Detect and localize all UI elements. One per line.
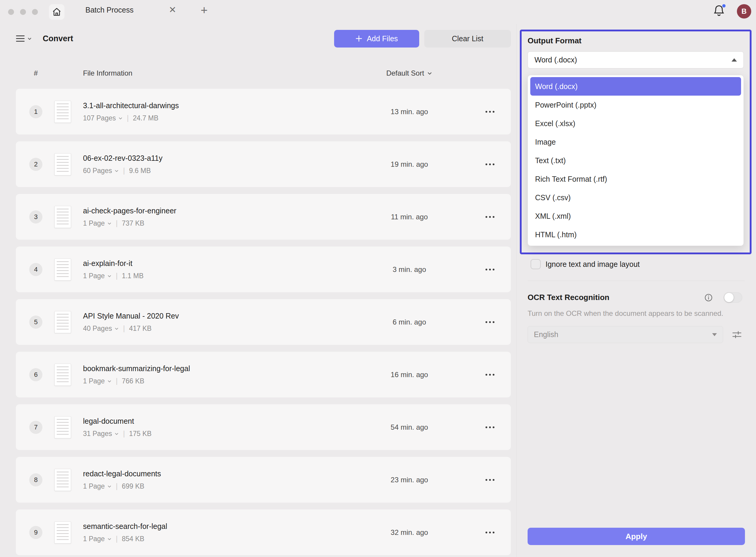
file-name: legal-document xyxy=(83,417,350,426)
file-size: 175 KB xyxy=(129,430,151,438)
output-format-label: Output Format xyxy=(528,36,744,46)
table-row[interactable]: 7 legal-document 31 Pages | 175 KB 54 mi… xyxy=(16,404,511,450)
file-thumbnail xyxy=(54,101,71,123)
format-option[interactable]: XML (.xml) xyxy=(530,207,741,225)
sort-dropdown[interactable]: Default Sort xyxy=(350,69,469,78)
pages-dropdown[interactable]: 1 Page xyxy=(83,482,112,490)
more-options-button[interactable] xyxy=(469,531,511,534)
format-dropdown: Word (.docx)PowerPoint (.pptx)Excel (.xl… xyxy=(528,75,744,246)
file-name: redact-legal-documents xyxy=(83,469,350,478)
table-row[interactable]: 1 3.1-all-architectural-darwings 107 Pag… xyxy=(16,89,511,135)
more-options-button[interactable] xyxy=(469,373,511,376)
more-options-button[interactable] xyxy=(469,110,511,113)
output-format-select[interactable]: Word (.docx) xyxy=(528,51,744,68)
close-window-icon[interactable] xyxy=(8,9,14,15)
pages-dropdown[interactable]: 1 Page xyxy=(83,535,112,543)
column-file-information: File Information xyxy=(83,69,350,78)
mode-menu-button[interactable] xyxy=(16,35,32,42)
pages-dropdown[interactable]: 60 Pages xyxy=(83,167,119,175)
tab-batch-process[interactable]: Batch Process ✕ xyxy=(85,5,176,14)
page-count: 1 Page xyxy=(83,219,105,227)
toggle-knob xyxy=(724,293,734,302)
meta-separator: | xyxy=(116,377,118,385)
file-thumbnail xyxy=(54,522,71,544)
format-option[interactable]: Excel (.xlsx) xyxy=(530,114,741,133)
table-row[interactable]: 2 06-ex-02-rev-0323-a11y 60 Pages | 9.6 … xyxy=(16,141,511,187)
file-list: 1 3.1-all-architectural-darwings 107 Pag… xyxy=(16,89,511,555)
plus-icon xyxy=(355,35,363,42)
ignore-layout-checkbox[interactable] xyxy=(531,259,541,269)
format-option[interactable]: Word (.docx) xyxy=(530,77,741,96)
table-row[interactable]: 6 bookmark-summarizing-for-legal 1 Page … xyxy=(16,352,511,398)
ocr-toggle[interactable] xyxy=(724,292,742,303)
table-row[interactable]: 4 ai-explain-for-it 1 Page | 1.1 MB 3 mi… xyxy=(16,246,511,292)
ocr-language-value: English xyxy=(534,330,558,339)
add-files-button[interactable]: Add Files xyxy=(334,30,419,48)
home-icon xyxy=(52,7,62,17)
new-tab-icon[interactable]: + xyxy=(201,4,208,16)
sort-label: Default Sort xyxy=(386,69,424,78)
ignore-layout-label: Ignore text and image layout xyxy=(545,260,639,269)
more-options-button[interactable] xyxy=(469,215,511,218)
table-row[interactable]: 8 redact-legal-documents 1 Page | 699 KB… xyxy=(16,457,511,503)
pages-dropdown[interactable]: 107 Pages xyxy=(83,114,123,122)
table-row[interactable]: 9 semantic-search-for-legal 1 Page | 854… xyxy=(16,509,511,555)
pages-dropdown[interactable]: 1 Page xyxy=(83,219,112,227)
file-time: 13 min. ago xyxy=(350,108,469,116)
more-options-button[interactable] xyxy=(469,163,511,166)
file-size: 9.6 MB xyxy=(129,167,151,175)
traffic-lights[interactable] xyxy=(8,9,38,15)
format-option[interactable]: PowerPoint (.pptx) xyxy=(530,96,741,114)
file-size: 699 KB xyxy=(122,482,144,490)
minimize-window-icon[interactable] xyxy=(20,9,26,15)
meta-separator: | xyxy=(127,114,129,122)
file-time: 6 min. ago xyxy=(350,318,469,326)
page-count: 1 Page xyxy=(83,272,105,280)
more-options-button[interactable] xyxy=(469,321,511,324)
file-thumbnail xyxy=(54,311,71,333)
table-row[interactable]: 5 API Style Manual - 2020 Rev 40 Pages |… xyxy=(16,299,511,345)
file-thumbnail xyxy=(54,153,71,175)
file-size: 1.1 MB xyxy=(122,272,144,280)
pages-dropdown[interactable]: 31 Pages xyxy=(83,430,119,438)
more-options-button[interactable] xyxy=(469,268,511,271)
column-index: # xyxy=(29,69,42,78)
format-option[interactable]: Text (.txt) xyxy=(530,151,741,170)
more-options-button[interactable] xyxy=(469,426,511,429)
clear-list-label: Clear List xyxy=(452,34,483,43)
file-time: 3 min. ago xyxy=(350,265,469,274)
meta-separator: | xyxy=(116,272,118,280)
ocr-settings-icon[interactable] xyxy=(731,329,742,340)
notifications-button[interactable] xyxy=(713,4,726,19)
close-tab-icon[interactable]: ✕ xyxy=(169,5,176,14)
home-button[interactable] xyxy=(49,4,64,20)
row-index-badge: 6 xyxy=(29,368,42,381)
meta-separator: | xyxy=(123,324,125,332)
file-name: semantic-search-for-legal xyxy=(83,522,350,531)
pages-dropdown[interactable]: 1 Page xyxy=(83,272,112,280)
zoom-window-icon[interactable] xyxy=(32,9,38,15)
format-option[interactable]: Image xyxy=(530,133,741,151)
file-thumbnail xyxy=(54,364,71,386)
format-option[interactable]: CSV (.csv) xyxy=(530,188,741,207)
ocr-language-select[interactable]: English xyxy=(528,326,723,343)
format-option[interactable]: Rich Text Format (.rtf) xyxy=(530,170,741,188)
ignore-layout-option[interactable]: Ignore text and image layout xyxy=(516,259,756,269)
pages-dropdown[interactable]: 40 Pages xyxy=(83,324,119,332)
clear-list-button[interactable]: Clear List xyxy=(424,30,511,48)
ellipsis-icon xyxy=(485,268,495,271)
pages-dropdown[interactable]: 1 Page xyxy=(83,377,112,385)
apply-button[interactable]: Apply xyxy=(528,528,745,545)
file-name: bookmark-summarizing-for-legal xyxy=(83,364,350,373)
table-row[interactable]: 3 ai-check-pages-for-engineer 1 Page | 7… xyxy=(16,194,511,240)
info-icon[interactable] xyxy=(704,293,713,302)
chevron-down-icon xyxy=(107,274,112,278)
ocr-title: OCR Text Recognition xyxy=(528,293,704,302)
avatar[interactable]: B xyxy=(737,4,751,19)
more-options-button[interactable] xyxy=(469,478,511,481)
format-option[interactable]: HTML (.htm) xyxy=(530,225,741,244)
output-panel: Output Format Word (.docx) Word (.docx)P… xyxy=(516,24,756,557)
row-index-badge: 4 xyxy=(29,263,42,276)
file-time: 11 min. ago xyxy=(350,213,469,221)
file-size: 24.7 MB xyxy=(133,114,159,122)
